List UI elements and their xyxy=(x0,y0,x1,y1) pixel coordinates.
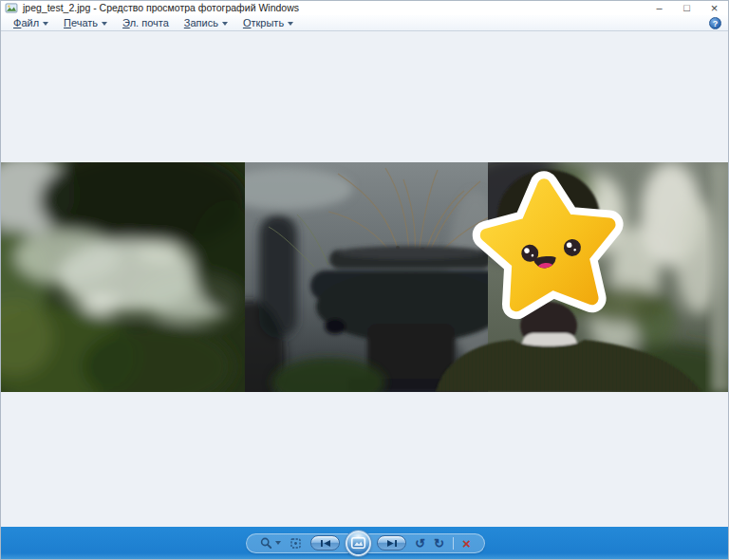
chevron-down-icon xyxy=(288,22,293,26)
menu-print[interactable]: Печать xyxy=(56,16,115,29)
star-sticker xyxy=(458,162,643,343)
minimize-button[interactable]: – xyxy=(645,1,673,15)
photo-viewer-window: jpeg_test_2.jpg - Средство просмотра фот… xyxy=(0,0,729,560)
chevron-down-icon xyxy=(222,22,228,26)
next-icon xyxy=(385,539,399,548)
previous-button[interactable] xyxy=(310,535,340,551)
menu-open[interactable]: Открыть xyxy=(235,16,301,29)
menu-file[interactable]: Файл xyxy=(6,16,56,29)
maximize-button[interactable]: □ xyxy=(673,1,701,15)
play-slideshow-button[interactable] xyxy=(346,531,371,556)
delete-button[interactable]: × xyxy=(462,536,471,551)
titlebar: jpeg_test_2.jpg - Средство просмотра фот… xyxy=(1,1,728,15)
chevron-down-icon xyxy=(102,22,107,26)
menu-burn-label: Запись xyxy=(184,17,218,28)
actual-size-icon xyxy=(290,537,302,550)
rotate-counterclockwise-button[interactable]: ↺ xyxy=(415,537,425,550)
star-face-icon xyxy=(458,162,643,343)
next-button[interactable] xyxy=(377,535,406,551)
help-icon[interactable]: ? xyxy=(709,17,721,29)
window-controls: – □ × xyxy=(645,1,728,15)
menu-open-label: Открыть xyxy=(243,17,284,28)
previous-icon xyxy=(319,539,332,548)
rotate-clockwise-button[interactable]: ↻ xyxy=(434,537,444,550)
menu-print-label: Печать xyxy=(64,17,98,28)
bottom-toolbar: ↺ ↻ × xyxy=(1,527,729,559)
menu-email[interactable]: Эл. почта xyxy=(115,16,177,29)
viewer-canvas xyxy=(1,31,728,529)
rotate-ccw-icon: ↺ xyxy=(415,537,425,550)
rotate-cw-icon: ↻ xyxy=(434,537,444,550)
magnifier-icon xyxy=(260,537,273,550)
photo-image xyxy=(1,162,729,392)
chevron-down-icon xyxy=(43,22,48,26)
toolbar-island: ↺ ↻ × xyxy=(246,533,485,553)
delete-icon: × xyxy=(462,536,471,551)
chevron-down-icon xyxy=(275,541,281,545)
toolbar-divider xyxy=(453,537,454,550)
menu-file-label: Файл xyxy=(13,17,39,28)
menu-email-label: Эл. почта xyxy=(122,17,169,28)
app-icon xyxy=(5,3,18,13)
menu-burn[interactable]: Запись xyxy=(177,16,235,29)
menubar: Файл Печать Эл. почта Запись Открыть ? xyxy=(1,15,728,31)
actual-size-button[interactable] xyxy=(290,537,302,550)
slideshow-icon xyxy=(351,537,365,549)
close-button[interactable]: × xyxy=(701,1,728,15)
window-title: jpeg_test_2.jpg - Средство просмотра фот… xyxy=(23,1,299,15)
zoom-button[interactable] xyxy=(260,537,281,550)
